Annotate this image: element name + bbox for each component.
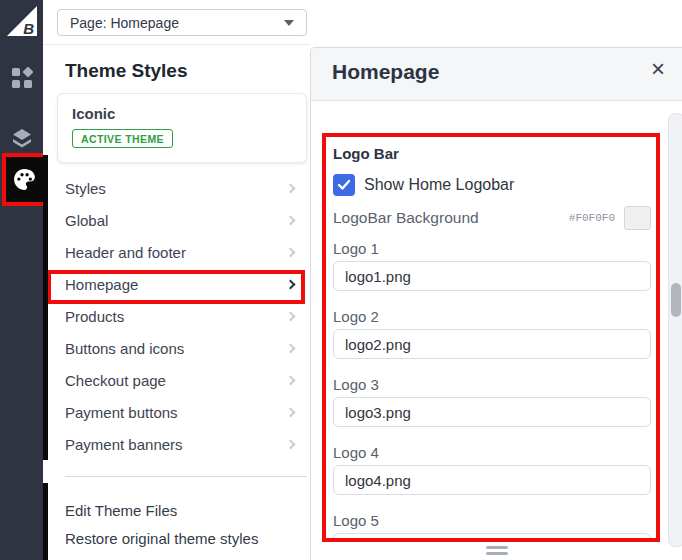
layers-icon	[11, 127, 33, 149]
app-sidebar: B	[0, 0, 43, 560]
theme-name: Iconic	[72, 105, 292, 122]
scrollbar-thumb[interactable]	[671, 283, 681, 317]
page-selector-dropdown[interactable]: Page: Homepage	[57, 9, 307, 36]
menu-item-label: Buttons and icons	[65, 340, 287, 357]
dashboard-icon	[11, 67, 33, 89]
menu-item-label: Homepage	[65, 276, 287, 293]
page-selector-value: Page: Homepage	[70, 15, 179, 31]
logo-field-2: Logo 2	[333, 309, 651, 359]
chevron-right-icon	[286, 247, 296, 257]
logobar-background-row: LogoBar Background #F0F0F0	[333, 206, 651, 230]
background-gap-top	[43, 155, 48, 460]
menu-divider	[65, 476, 307, 477]
logobar-background-label: LogoBar Background	[333, 209, 569, 227]
close-icon[interactable]: ×	[651, 57, 665, 81]
scrollbar-track[interactable]	[668, 113, 682, 547]
checkmark-icon	[337, 179, 351, 191]
menu-item-payment-banners[interactable]: Payment banners	[65, 428, 300, 460]
menu-item-label: Global	[65, 212, 287, 229]
logo-input-4[interactable]	[333, 465, 651, 495]
sidebar-layers-button[interactable]	[10, 126, 34, 150]
chevron-right-icon	[286, 343, 296, 353]
logo-letter: B	[23, 20, 34, 37]
menu-item-global[interactable]: Global	[65, 204, 300, 236]
logo-bar-heading: Logo Bar	[333, 145, 651, 162]
logo-label-3: Logo 3	[333, 377, 651, 392]
show-logobar-label: Show Home Logobar	[364, 176, 514, 194]
top-bar: Page: Homepage	[43, 0, 682, 45]
settings-title: Homepage	[332, 60, 439, 84]
menu-item-label: Payment buttons	[65, 404, 287, 421]
logo-field-3: Logo 3	[333, 377, 651, 427]
chevron-right-icon	[286, 439, 296, 449]
sidebar-theme-button[interactable]	[2, 153, 47, 206]
settings-body: Logo Bar Show Home Logobar LogoBar Backg…	[311, 101, 682, 542]
logo-input-5[interactable]	[333, 533, 651, 542]
menu-item-payment-buttons[interactable]: Payment buttons	[65, 396, 300, 428]
logo-label-4: Logo 4	[333, 445, 651, 460]
theme-styles-panel: Theme Styles Iconic ACTIVE THEME StylesG…	[43, 45, 310, 560]
show-logobar-row: Show Home Logobar	[333, 174, 651, 196]
logo-input-3[interactable]	[333, 397, 651, 427]
menu-item-label: Header and footer	[65, 244, 287, 261]
logobar-color-swatch[interactable]	[624, 206, 651, 230]
menu-item-products[interactable]: Products	[65, 300, 300, 332]
logobar-background-value: #F0F0F0	[569, 212, 615, 224]
restore-theme-styles-link[interactable]: Restore original theme styles	[65, 530, 258, 547]
chevron-right-icon	[286, 215, 296, 225]
menu-item-header-and-footer[interactable]: Header and footer	[65, 236, 300, 268]
logo-field-4: Logo 4	[333, 445, 651, 495]
menu-item-label: Styles	[65, 180, 287, 197]
menu-item-label: Checkout page	[65, 372, 287, 389]
active-theme-card[interactable]: Iconic ACTIVE THEME	[57, 93, 307, 163]
background-gap-bottom	[43, 483, 48, 560]
menu-item-buttons-and-icons[interactable]: Buttons and icons	[65, 332, 300, 364]
logo-label-1: Logo 1	[333, 241, 651, 256]
menu-item-label: Products	[65, 308, 287, 325]
logo-field-1: Logo 1	[333, 241, 651, 291]
menu-item-styles[interactable]: Styles	[65, 172, 300, 204]
homepage-settings-panel: Homepage × Logo Bar Show Home Logobar Lo…	[310, 47, 682, 560]
chevron-right-icon	[286, 183, 296, 193]
logo-input-2[interactable]	[333, 329, 651, 359]
chevron-right-icon	[286, 375, 296, 385]
chevron-right-icon	[286, 311, 296, 321]
resize-handle[interactable]	[486, 543, 508, 555]
menu-item-checkout-page[interactable]: Checkout page	[65, 364, 300, 396]
handle-bar	[486, 552, 508, 555]
menu-item-label: Payment banners	[65, 436, 287, 453]
panel-title: Theme Styles	[65, 60, 188, 82]
handle-bar	[486, 546, 508, 549]
settings-header: Homepage ×	[311, 48, 682, 101]
chevron-right-icon	[286, 279, 296, 289]
logo-label-5: Logo 5	[333, 513, 651, 528]
chevron-down-icon	[284, 20, 294, 26]
active-theme-badge: ACTIVE THEME	[72, 129, 173, 148]
bigcartel-logo[interactable]: B	[7, 6, 37, 36]
show-logobar-checkbox[interactable]	[333, 174, 355, 196]
logo-label-2: Logo 2	[333, 309, 651, 324]
palette-icon	[12, 167, 37, 192]
logo-field-5: Logo 5	[333, 513, 651, 542]
logo-fields: Logo 1Logo 2Logo 3Logo 4Logo 5	[333, 241, 651, 542]
edit-theme-files-link[interactable]: Edit Theme Files	[65, 502, 177, 519]
logo-input-1[interactable]	[333, 261, 651, 291]
menu-item-homepage[interactable]: Homepage	[65, 268, 300, 300]
chevron-right-icon	[286, 407, 296, 417]
sidebar-dashboard-button[interactable]	[10, 66, 34, 90]
